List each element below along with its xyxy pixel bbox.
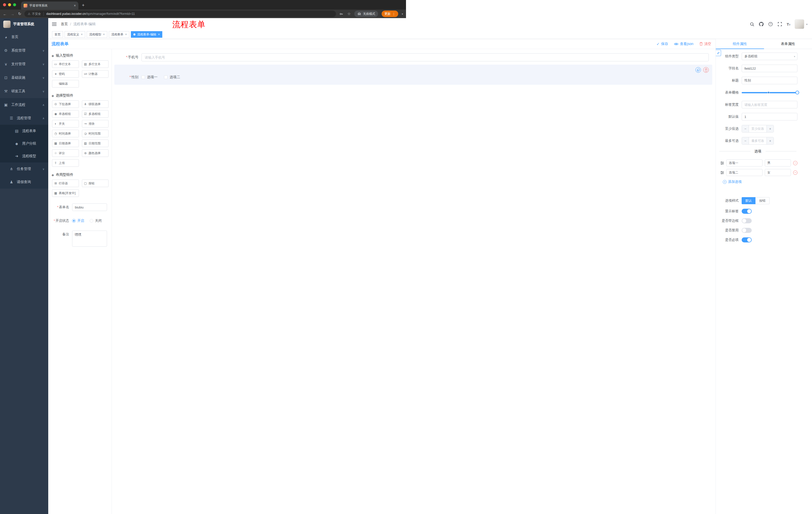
sidebar-item-task-management[interactable]: ⋔ 任务管理 ∨ [0, 162, 48, 175]
checkbox-label: 选项二 [170, 75, 180, 79]
component-label: 时间选择 [59, 132, 71, 136]
hamburger-icon[interactable] [52, 22, 57, 26]
component-label: 多行文本 [89, 62, 101, 66]
sidebar-item-devtools[interactable]: ⚒ 研发工具 ∨ [0, 84, 48, 98]
chevron-up-icon: ∧ [42, 103, 45, 107]
active-dot [134, 33, 136, 35]
phone-form-item[interactable]: *手机号 [114, 52, 406, 63]
calendar-icon: ▦ [54, 141, 57, 145]
address-bar[interactable]: ⚠ 不安全 dashboard.yudao.iocoder.cn/bpm/man… [24, 10, 336, 17]
comp-multi-line-text[interactable]: ▤多行文本 [82, 60, 109, 68]
comp-editor[interactable]: 编辑器 [52, 80, 79, 87]
selected-form-item[interactable]: *性别 选项一 选项二 [114, 64, 406, 85]
reload-button[interactable]: ↻ [18, 11, 21, 16]
comp-cascader[interactable]: ⋔级联选择 [82, 100, 109, 108]
comp-table[interactable]: ▦表格[开发中] [52, 189, 79, 197]
group-title: 布局型组件 [56, 172, 74, 177]
comp-upload[interactable]: ⇧上传 [52, 159, 79, 167]
comp-date-range[interactable]: ▧日期范围 [82, 140, 109, 147]
radio-open[interactable]: 开启 [72, 217, 84, 224]
component-grid: ▭单行文本 ▤多行文本 ∗密码 123计数器 编辑器 [52, 60, 109, 87]
component-label: 按钮 [89, 181, 95, 186]
tag-close-icon[interactable]: × [103, 33, 105, 36]
form-name-input[interactable] [72, 204, 107, 211]
comp-single-line-text[interactable]: ▭单行文本 [52, 60, 79, 68]
tag-process-model[interactable]: 流程模型 × [87, 31, 107, 38]
comp-button[interactable]: ▢按钮 [82, 180, 109, 187]
tag-close-icon[interactable]: × [158, 33, 160, 36]
chevron-down-icon: ∨ [42, 76, 45, 79]
new-tab-button[interactable]: + [78, 3, 85, 9]
component-label: 编辑器 [59, 82, 68, 86]
comp-time-range[interactable]: ◶时间范围 [82, 130, 109, 137]
comp-slider[interactable]: ⊸滑块 [82, 120, 109, 128]
sidebar-item-label: 流程表单 [22, 129, 36, 133]
tag-close-icon[interactable]: × [81, 33, 83, 36]
checkbox-option-1[interactable]: 选项一 [141, 75, 157, 79]
sidebar-item-label: 首页 [11, 35, 18, 39]
forward-button[interactable]: → [10, 12, 14, 16]
sidebar-item-user-group[interactable]: ☻ 用户分组 [0, 137, 48, 150]
sidebar-item-process-form[interactable]: ▤ 流程表单 [0, 125, 48, 137]
component-group-icon: ◈ [52, 173, 54, 177]
breadcrumb-home[interactable]: 首页 [61, 22, 68, 26]
browser-menu-icon[interactable]: ⋮ [392, 12, 396, 16]
comp-radio-group[interactable]: ◉单选框组 [52, 110, 79, 118]
password-key-icon[interactable] [339, 11, 344, 16]
form-status-label: *开启状态 [52, 217, 72, 224]
comp-time-picker[interactable]: ◷时间选择 [52, 130, 79, 137]
nav-buttons: ← → ↻ [3, 11, 21, 16]
comp-checkbox-group[interactable]: ☑多选框组 [82, 110, 109, 118]
comp-switch[interactable]: ◐开关 [52, 120, 79, 128]
sidebar-item-infrastructure[interactable]: ⊡ 基础设施 ∨ [0, 71, 48, 84]
comp-password[interactable]: ∗密码 [52, 70, 79, 78]
chevron-down-icon: ∨ [42, 49, 45, 52]
sidebar-item-home[interactable]: ◕ 首页 [0, 30, 48, 44]
sidebar-item-process-management[interactable]: ☰ 流程管理 ∧ [0, 112, 48, 125]
comp-color-picker[interactable]: ⊚颜色选择 [82, 150, 109, 157]
tag-process-definition[interactable]: 流程定义 × [64, 31, 85, 38]
bookmark-star-icon[interactable]: ☆ [347, 11, 351, 16]
tab-close-icon[interactable]: × [74, 4, 76, 7]
checkbox-option-2[interactable]: 选项二 [164, 75, 180, 79]
sidebar-item-workflow[interactable]: ▣ 工作流程 ∧ [0, 98, 48, 112]
incognito-badge[interactable]: 无痕模式 [354, 10, 378, 17]
browser-chrome: 芋道管理系统 × + ← → ↻ ⚠ 不安全 dashboard.yudao.i… [0, 0, 406, 18]
phone-input[interactable] [141, 53, 406, 61]
comp-date-picker[interactable]: ▦日期选择 [52, 140, 79, 147]
window-zoom-button[interactable] [13, 3, 16, 6]
status-radio-group: 开启 关闭 [72, 217, 102, 224]
radio-closed[interactable]: 关闭 [90, 217, 102, 224]
designer-toolbar: 流程表单 ✓ 保存 查看json 清空 [48, 39, 406, 49]
tab-title: 芋道管理系统 [29, 3, 72, 8]
sidebar-item-system[interactable]: ⚙ 系统管理 ∨ [0, 44, 48, 57]
briefcase-icon: ▣ [4, 103, 8, 107]
comp-counter[interactable]: 123计数器 [82, 70, 109, 78]
window-minimize-button[interactable] [8, 3, 11, 6]
form-remark-textarea[interactable]: 嘿嘿 [72, 231, 107, 247]
comp-select[interactable]: ⊙下拉选择 [52, 100, 79, 108]
comp-row-container[interactable]: ⊞行容器 [52, 180, 79, 187]
tag-process-form-edit[interactable]: 流程表单-编辑 × [131, 31, 162, 38]
window-close-button[interactable] [3, 3, 6, 6]
comp-rate[interactable]: ☆评分 [52, 150, 79, 157]
component-label: 日期选择 [59, 141, 71, 145]
tag-home[interactable]: 首页 [52, 31, 63, 38]
sidebar-item-leave-query[interactable]: ♟ 请假查询 [0, 175, 48, 189]
tag-label: 流程表单-编辑 [137, 32, 156, 37]
sidebar-item-label: 工作流程 [11, 103, 25, 107]
chevron-down-icon: ∨ [42, 167, 45, 171]
browser-tab[interactable]: 芋道管理系统 × [21, 1, 78, 9]
component-group-icon: ◈ [52, 94, 54, 98]
tag-close-icon[interactable]: × [125, 33, 127, 36]
radio-dot-icon [90, 219, 93, 222]
update-button[interactable]: 更新 ⋮ [382, 10, 398, 17]
back-button[interactable]: ← [3, 12, 7, 16]
tab-favicon-icon [24, 4, 27, 7]
chevron-down-icon[interactable]: ▾ [402, 12, 403, 15]
sidebar-item-payment[interactable]: ¥ 支付管理 ∨ [0, 57, 48, 71]
tag-process-form[interactable]: 流程表单 × [109, 31, 129, 38]
component-group-icon: ◈ [52, 54, 54, 58]
sidebar-item-process-model[interactable]: ➔ 流程模型 [0, 150, 48, 162]
sidebar-logo[interactable]: 芋道管理系统 [0, 18, 48, 30]
